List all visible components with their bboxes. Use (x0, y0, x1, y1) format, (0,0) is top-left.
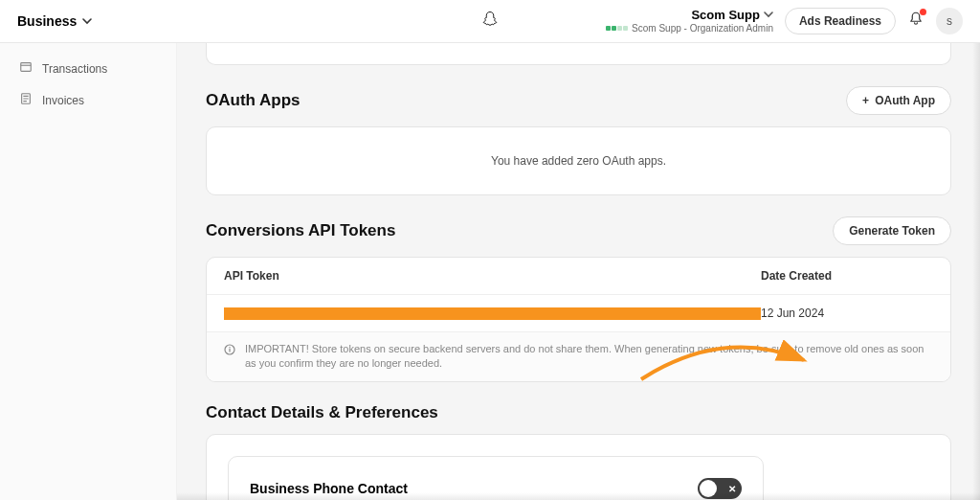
status-indicator-icon (606, 26, 628, 31)
section-title: OAuth Apps (206, 91, 301, 110)
oauth-empty-text: You have added zero OAuth apps. (207, 127, 950, 194)
org-selector[interactable]: Scom Supp Scom Supp - Organization Admin (606, 9, 773, 33)
snapchat-ghost-icon (481, 14, 499, 31)
plus-icon: + (862, 94, 869, 107)
token-redacted-bar (224, 307, 761, 320)
section-title: Contact Details & Preferences (206, 403, 438, 422)
tokens-section-head: Conversions API Tokens Generate Token (206, 216, 951, 245)
bell-icon (907, 14, 924, 31)
col-header-token: API Token (224, 269, 761, 283)
sidebar-item-label: Invoices (42, 94, 84, 107)
contact-section-head: Contact Details & Preferences (206, 403, 951, 422)
business-dropdown[interactable]: Business (17, 13, 92, 29)
token-date: 12 Jun 2024 (761, 307, 895, 320)
layout: Transactions Invoices row OAuth Apps + O… (0, 43, 980, 500)
contact-card-outer: Business Phone Contact ✕ Check this box … (206, 434, 951, 500)
partial-card-top: row (206, 43, 951, 65)
sidebar: Transactions Invoices (0, 43, 177, 500)
contact-inner-card: Business Phone Contact ✕ Check this box … (228, 456, 764, 500)
add-oauth-app-button[interactable]: + OAuth App (846, 86, 951, 115)
generate-token-button[interactable]: Generate Token (833, 216, 951, 245)
phone-contact-toggle[interactable]: ✕ (698, 478, 742, 499)
sidebar-item-invoices[interactable]: Invoices (0, 84, 176, 116)
sidebar-item-transactions[interactable]: Transactions (0, 53, 176, 84)
chevron-down-icon (82, 13, 92, 29)
topbar: Business Scom Supp Scom Supp - Organizat… (0, 0, 980, 43)
org-name: Scom Supp (691, 9, 760, 22)
ads-readiness-button[interactable]: Ads Readiness (785, 8, 896, 34)
info-icon (224, 342, 235, 372)
logo[interactable] (481, 11, 499, 32)
svg-rect-4 (229, 349, 230, 352)
sidebar-item-label: Transactions (42, 62, 107, 76)
business-label: Business (17, 13, 77, 29)
notification-badge (920, 9, 926, 15)
right-shadow (972, 43, 980, 500)
col-header-date: Date Created (761, 269, 895, 283)
table-header: API Token Date Created (207, 258, 950, 295)
token-warning: IMPORTANT! Store tokens on secure backen… (207, 332, 950, 381)
section-title: Conversions API Tokens (206, 221, 395, 240)
toggle-knob (700, 480, 717, 497)
topbar-right: Scom Supp Scom Supp - Organization Admin… (606, 8, 963, 34)
avatar[interactable]: s (936, 8, 963, 34)
main-content: row OAuth Apps + OAuth App You have adde… (177, 43, 980, 500)
svg-point-3 (229, 347, 230, 348)
chevron-down-icon (764, 9, 773, 22)
oauth-section-head: OAuth Apps + OAuth App (206, 86, 951, 115)
toggle-off-icon: ✕ (728, 483, 736, 493)
org-role: Scom Supp - Organization Admin (632, 23, 773, 34)
table-row: 12 Jun 2024 (207, 295, 950, 332)
notifications-button[interactable] (907, 11, 924, 32)
invoices-icon (19, 92, 33, 108)
transactions-icon (19, 60, 33, 77)
svg-rect-0 (21, 63, 32, 72)
oauth-card: You have added zero OAuth apps. (206, 126, 951, 195)
phone-contact-heading: Business Phone Contact (250, 481, 408, 496)
tokens-card: API Token Date Created 12 Jun 2024 IMPOR… (206, 257, 951, 382)
